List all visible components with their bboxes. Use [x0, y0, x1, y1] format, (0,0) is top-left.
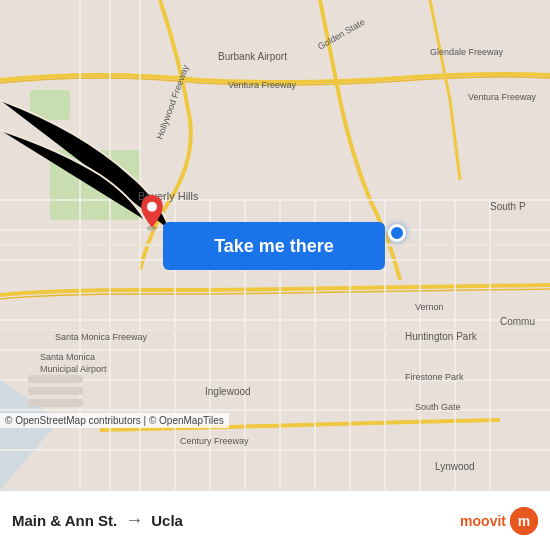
- svg-text:Firestone Park: Firestone Park: [405, 372, 464, 382]
- svg-text:Inglewood: Inglewood: [205, 386, 251, 397]
- svg-rect-48: [28, 399, 83, 407]
- svg-text:South Gate: South Gate: [415, 402, 461, 412]
- svg-text:m: m: [518, 513, 530, 529]
- current-location-dot: [388, 224, 406, 242]
- svg-text:Lynwood: Lynwood: [435, 461, 475, 472]
- svg-text:Ventura Freeway: Ventura Freeway: [228, 80, 297, 90]
- svg-rect-46: [28, 375, 83, 383]
- svg-point-50: [147, 202, 157, 212]
- svg-rect-47: [28, 387, 83, 395]
- svg-text:Vernon: Vernon: [415, 302, 444, 312]
- svg-text:Glendale Freeway: Glendale Freeway: [430, 47, 504, 57]
- svg-text:Santa Monica: Santa Monica: [40, 352, 95, 362]
- svg-text:Huntington Park: Huntington Park: [405, 331, 478, 342]
- route-to: Ucla: [151, 512, 183, 529]
- moovit-text: moovit: [460, 513, 506, 529]
- bottom-bar: Main & Ann St. → Ucla moovit m: [0, 490, 550, 550]
- route-arrow: →: [125, 510, 143, 531]
- moovit-icon: m: [510, 507, 538, 535]
- svg-text:South P: South P: [490, 201, 526, 212]
- svg-text:Ventura Freeway: Ventura Freeway: [468, 92, 537, 102]
- svg-text:Municipal Airport: Municipal Airport: [40, 364, 107, 374]
- map-attribution: © OpenStreetMap contributors | © OpenMap…: [0, 413, 229, 428]
- route-from: Main & Ann St.: [12, 512, 117, 529]
- take-me-there-button[interactable]: Take me there: [163, 222, 385, 270]
- destination-pin: [138, 195, 166, 231]
- svg-text:Commu: Commu: [500, 316, 535, 327]
- map-container: Beverly Hills South P Santa Monica Freew…: [0, 0, 550, 490]
- svg-text:Santa Monica Freeway: Santa Monica Freeway: [55, 332, 148, 342]
- svg-text:Burbank Airport: Burbank Airport: [218, 51, 287, 62]
- svg-text:Century Freeway: Century Freeway: [180, 436, 249, 446]
- moovit-logo: moovit m: [460, 507, 538, 535]
- take-me-there-label: Take me there: [214, 236, 334, 257]
